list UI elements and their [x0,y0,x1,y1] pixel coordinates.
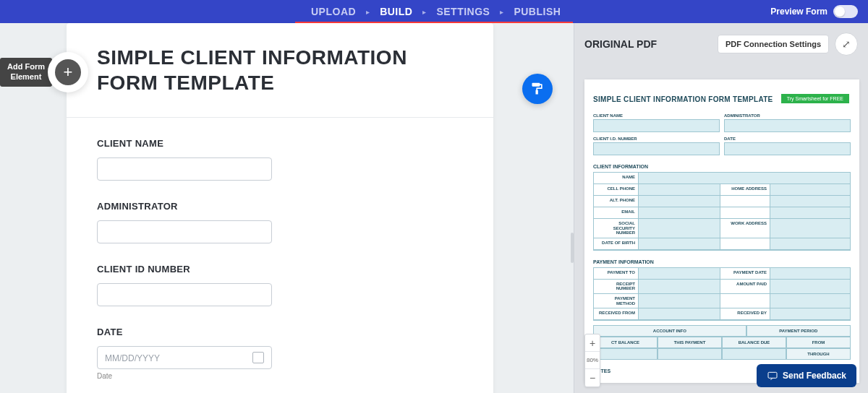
pdf-section-payment: PAYMENT INFORMATION [593,259,851,264]
add-element-label: Add FormElement [0,58,52,87]
preview-form-label: Preview Form [770,7,827,17]
date-input[interactable]: MM/DD/YYYY [97,346,272,369]
form-title-block[interactable]: SIMPLE CLIENT INFORMATION FORM TEMPLATE [67,23,493,118]
field-client-id[interactable]: CLIENT ID NUMBER [97,264,463,306]
pdf-payment-table: PAYMENT TOPAYMENT DATE RECEIPT NUMBERAMO… [593,267,851,321]
pdf-connection-settings-button[interactable]: PDF Connection Settings [718,35,829,53]
collapse-panel-button[interactable]: ⤢ [835,33,858,56]
plus-icon: + [64,64,73,80]
top-nav: UPLOAD ▸ BUILD ▸ SETTINGS ▸ PUBLISH Prev… [0,0,868,23]
nav-step-build[interactable]: BUILD [374,0,418,23]
zoom-controls: + 80% − [584,334,600,387]
pdf-client-info-table: NAME CELL PHONEHOME ADDRESS ALT. PHONE E… [593,172,851,251]
nav-steps: UPLOAD ▸ BUILD ▸ SETTINGS ▸ PUBLISH [305,0,566,23]
svg-rect-0 [768,372,777,378]
nav-step-publish[interactable]: PUBLISH [508,0,566,23]
preview-toggle-wrap: Preview Form [770,0,858,23]
zoom-in-button[interactable]: + [585,334,600,352]
chevron-right-icon: ▸ [362,8,374,16]
try-smartsheet-badge: Try Smartsheet for FREE [781,94,849,103]
pdf-panel-title: ORIGINAL PDF [584,38,712,50]
field-client-name[interactable]: CLIENT NAME [97,138,463,181]
field-administrator[interactable]: ADMINISTRATOR [97,201,463,243]
chevron-right-icon: ▸ [418,8,430,16]
preview-form-toggle[interactable] [833,5,858,18]
add-form-element[interactable]: Add FormElement + [0,52,88,92]
date-sublabel: Date [97,372,463,380]
client-name-input[interactable] [97,157,272,181]
zoom-out-button[interactable]: − [585,369,600,386]
administrator-input[interactable] [97,220,272,243]
field-label: ADMINISTRATOR [97,201,463,212]
date-placeholder: MM/DD/YYYY [105,353,160,363]
form-body: CLIENT NAME ADMINISTRATOR CLIENT ID NUMB… [67,118,493,393]
paint-roller-icon [530,82,545,96]
pdf-preview[interactable]: Try Smartsheet for FREE SIMPLE CLIENT IN… [584,79,859,383]
add-element-circle: + [48,52,88,92]
nav-step-settings[interactable]: SETTINGS [430,0,495,23]
field-date[interactable]: DATE MM/DD/YYYY Date [97,327,463,380]
chevron-right-icon: ▸ [495,8,508,16]
field-label: DATE [97,327,463,337]
chat-icon [767,370,778,381]
pdf-section-client-info: CLIENT INFORMATION [593,164,851,169]
zoom-level: 80% [585,352,600,369]
field-label: CLIENT ID NUMBER [97,264,463,275]
pdf-panel: ORIGINAL PDF PDF Connection Settings ⤢ T… [574,23,868,393]
client-id-input[interactable] [97,283,272,306]
nav-step-upload[interactable]: UPLOAD [305,0,362,23]
form-card: SIMPLE CLIENT INFORMATION FORM TEMPLATE … [67,23,493,393]
field-label: CLIENT NAME [97,138,463,149]
pdf-panel-header: ORIGINAL PDF PDF Connection Settings ⤢ [574,23,868,65]
form-title: SIMPLE CLIENT INFORMATION FORM TEMPLATE [97,45,463,95]
form-designer-button[interactable] [522,74,553,104]
collapse-icon: ⤢ [842,38,851,50]
send-feedback-button[interactable]: Send Feedback [757,364,856,387]
